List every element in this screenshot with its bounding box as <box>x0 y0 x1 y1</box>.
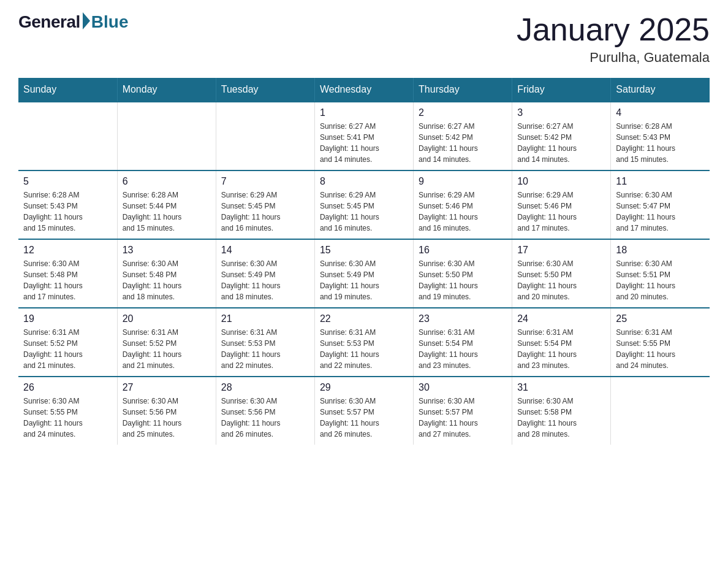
logo: General Blue <box>18 12 128 32</box>
calendar-cell: 10Sunrise: 6:29 AM Sunset: 5:46 PM Dayli… <box>512 170 611 239</box>
calendar-cell: 22Sunrise: 6:31 AM Sunset: 5:53 PM Dayli… <box>314 308 413 377</box>
day-info: Sunrise: 6:30 AM Sunset: 5:47 PM Dayligh… <box>616 190 705 234</box>
calendar-cell: 27Sunrise: 6:30 AM Sunset: 5:56 PM Dayli… <box>117 377 216 445</box>
header-tuesday: Tuesday <box>216 78 314 102</box>
day-info: Sunrise: 6:30 AM Sunset: 5:55 PM Dayligh… <box>23 396 112 440</box>
calendar-cell: 6Sunrise: 6:28 AM Sunset: 5:44 PM Daylig… <box>117 170 216 239</box>
calendar-cell: 12Sunrise: 6:30 AM Sunset: 5:48 PM Dayli… <box>18 239 117 308</box>
calendar-cell: 15Sunrise: 6:30 AM Sunset: 5:49 PM Dayli… <box>314 239 413 308</box>
day-info: Sunrise: 6:30 AM Sunset: 5:49 PM Dayligh… <box>320 258 408 302</box>
calendar-header-row: SundayMondayTuesdayWednesdayThursdayFrid… <box>18 78 710 102</box>
calendar-week-row: 1Sunrise: 6:27 AM Sunset: 5:41 PM Daylig… <box>18 102 710 170</box>
calendar-cell: 20Sunrise: 6:31 AM Sunset: 5:52 PM Dayli… <box>117 308 216 377</box>
day-info: Sunrise: 6:31 AM Sunset: 5:53 PM Dayligh… <box>320 327 408 371</box>
day-number: 4 <box>616 107 705 118</box>
day-info: Sunrise: 6:30 AM Sunset: 5:56 PM Dayligh… <box>221 396 309 440</box>
header-sunday: Sunday <box>18 78 117 102</box>
day-number: 30 <box>419 382 507 393</box>
day-info: Sunrise: 6:30 AM Sunset: 5:57 PM Dayligh… <box>320 396 408 440</box>
calendar-cell: 31Sunrise: 6:30 AM Sunset: 5:58 PM Dayli… <box>512 377 611 445</box>
calendar-cell: 13Sunrise: 6:30 AM Sunset: 5:48 PM Dayli… <box>117 239 216 308</box>
calendar-cell: 2Sunrise: 6:27 AM Sunset: 5:42 PM Daylig… <box>414 102 512 170</box>
day-info: Sunrise: 6:30 AM Sunset: 5:51 PM Dayligh… <box>616 258 705 302</box>
day-number: 29 <box>320 382 408 393</box>
day-info: Sunrise: 6:30 AM Sunset: 5:57 PM Dayligh… <box>419 396 507 440</box>
day-number: 8 <box>320 176 408 187</box>
header-thursday: Thursday <box>414 78 512 102</box>
calendar-cell: 29Sunrise: 6:30 AM Sunset: 5:57 PM Dayli… <box>314 377 413 445</box>
day-number: 10 <box>517 176 605 187</box>
day-info: Sunrise: 6:28 AM Sunset: 5:43 PM Dayligh… <box>23 190 112 234</box>
calendar-cell: 24Sunrise: 6:31 AM Sunset: 5:54 PM Dayli… <box>512 308 611 377</box>
day-info: Sunrise: 6:31 AM Sunset: 5:55 PM Dayligh… <box>616 327 705 371</box>
day-info: Sunrise: 6:30 AM Sunset: 5:48 PM Dayligh… <box>23 258 112 302</box>
day-number: 12 <box>23 245 112 256</box>
day-number: 5 <box>23 176 112 187</box>
day-info: Sunrise: 6:30 AM Sunset: 5:50 PM Dayligh… <box>517 258 605 302</box>
day-number: 18 <box>616 245 705 256</box>
logo-arrow-icon <box>83 12 90 29</box>
calendar-cell: 25Sunrise: 6:31 AM Sunset: 5:55 PM Dayli… <box>611 308 710 377</box>
calendar-cell: 16Sunrise: 6:30 AM Sunset: 5:50 PM Dayli… <box>414 239 512 308</box>
calendar-cell <box>611 377 710 445</box>
day-number: 1 <box>320 107 408 118</box>
calendar-cell <box>216 102 314 170</box>
calendar-cell: 8Sunrise: 6:29 AM Sunset: 5:45 PM Daylig… <box>314 170 413 239</box>
day-number: 21 <box>221 313 309 324</box>
calendar-week-row: 26Sunrise: 6:30 AM Sunset: 5:55 PM Dayli… <box>18 377 710 445</box>
day-info: Sunrise: 6:31 AM Sunset: 5:52 PM Dayligh… <box>123 327 211 371</box>
day-info: Sunrise: 6:31 AM Sunset: 5:54 PM Dayligh… <box>517 327 605 371</box>
header-monday: Monday <box>117 78 216 102</box>
day-info: Sunrise: 6:28 AM Sunset: 5:43 PM Dayligh… <box>616 121 705 165</box>
calendar-cell: 28Sunrise: 6:30 AM Sunset: 5:56 PM Dayli… <box>216 377 314 445</box>
day-number: 11 <box>616 176 705 187</box>
day-number: 28 <box>221 382 309 393</box>
day-number: 15 <box>320 245 408 256</box>
day-info: Sunrise: 6:29 AM Sunset: 5:45 PM Dayligh… <box>320 190 408 234</box>
day-info: Sunrise: 6:27 AM Sunset: 5:42 PM Dayligh… <box>419 121 507 165</box>
day-number: 24 <box>517 313 605 324</box>
day-info: Sunrise: 6:31 AM Sunset: 5:54 PM Dayligh… <box>419 327 507 371</box>
day-number: 17 <box>517 245 605 256</box>
day-number: 22 <box>320 313 408 324</box>
day-number: 13 <box>123 245 211 256</box>
calendar-cell: 1Sunrise: 6:27 AM Sunset: 5:41 PM Daylig… <box>314 102 413 170</box>
day-number: 2 <box>419 107 507 118</box>
calendar-cell: 5Sunrise: 6:28 AM Sunset: 5:43 PM Daylig… <box>18 170 117 239</box>
header-friday: Friday <box>512 78 611 102</box>
calendar-cell: 26Sunrise: 6:30 AM Sunset: 5:55 PM Dayli… <box>18 377 117 445</box>
day-info: Sunrise: 6:29 AM Sunset: 5:45 PM Dayligh… <box>221 190 309 234</box>
day-info: Sunrise: 6:31 AM Sunset: 5:52 PM Dayligh… <box>23 327 112 371</box>
calendar-table: SundayMondayTuesdayWednesdayThursdayFrid… <box>18 78 710 445</box>
logo-general-text: General <box>18 12 80 32</box>
day-number: 3 <box>517 107 605 118</box>
day-number: 23 <box>419 313 507 324</box>
day-info: Sunrise: 6:30 AM Sunset: 5:58 PM Dayligh… <box>517 396 605 440</box>
header-wednesday: Wednesday <box>314 78 413 102</box>
calendar-cell: 21Sunrise: 6:31 AM Sunset: 5:53 PM Dayli… <box>216 308 314 377</box>
calendar-cell: 7Sunrise: 6:29 AM Sunset: 5:45 PM Daylig… <box>216 170 314 239</box>
header-saturday: Saturday <box>611 78 710 102</box>
calendar-week-row: 5Sunrise: 6:28 AM Sunset: 5:43 PM Daylig… <box>18 170 710 239</box>
calendar-cell: 4Sunrise: 6:28 AM Sunset: 5:43 PM Daylig… <box>611 102 710 170</box>
logo-blue-text: Blue <box>91 12 129 32</box>
calendar-cell: 11Sunrise: 6:30 AM Sunset: 5:47 PM Dayli… <box>611 170 710 239</box>
calendar-subtitle: Purulha, Guatemala <box>517 50 710 66</box>
calendar-cell: 30Sunrise: 6:30 AM Sunset: 5:57 PM Dayli… <box>414 377 512 445</box>
day-info: Sunrise: 6:29 AM Sunset: 5:46 PM Dayligh… <box>419 190 507 234</box>
day-number: 6 <box>123 176 211 187</box>
calendar-title: January 2025 <box>517 12 710 47</box>
day-number: 14 <box>221 245 309 256</box>
day-number: 25 <box>616 313 705 324</box>
calendar-week-row: 12Sunrise: 6:30 AM Sunset: 5:48 PM Dayli… <box>18 239 710 308</box>
calendar-cell: 18Sunrise: 6:30 AM Sunset: 5:51 PM Dayli… <box>611 239 710 308</box>
calendar-cell <box>117 102 216 170</box>
calendar-cell: 14Sunrise: 6:30 AM Sunset: 5:49 PM Dayli… <box>216 239 314 308</box>
calendar-cell <box>18 102 117 170</box>
calendar-cell: 9Sunrise: 6:29 AM Sunset: 5:46 PM Daylig… <box>414 170 512 239</box>
day-info: Sunrise: 6:30 AM Sunset: 5:48 PM Dayligh… <box>123 258 211 302</box>
day-number: 26 <box>23 382 112 393</box>
day-number: 9 <box>419 176 507 187</box>
calendar-week-row: 19Sunrise: 6:31 AM Sunset: 5:52 PM Dayli… <box>18 308 710 377</box>
day-info: Sunrise: 6:30 AM Sunset: 5:50 PM Dayligh… <box>419 258 507 302</box>
